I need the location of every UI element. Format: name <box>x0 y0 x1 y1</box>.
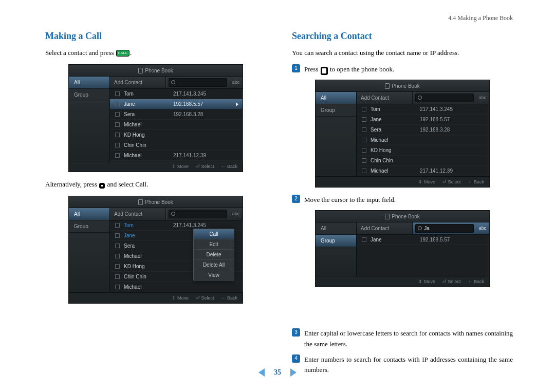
table-row[interactable]: Jane192.168.5.57 <box>110 99 243 109</box>
row-checkbox[interactable] <box>362 169 366 173</box>
search-input[interactable]: Ja <box>415 224 474 233</box>
table-row[interactable]: Chin Chin <box>110 140 243 151</box>
table-row[interactable]: KD Hong <box>110 130 243 140</box>
menu-item-edit[interactable]: Edit <box>194 239 234 250</box>
row-checkbox[interactable] <box>362 107 366 111</box>
row-checkbox[interactable] <box>115 264 120 269</box>
keyboard-mode-abc[interactable]: abc <box>229 77 243 88</box>
table-row[interactable]: Jane192.168.5.57 <box>357 235 489 245</box>
add-contact-button[interactable]: Add Contact <box>357 92 413 104</box>
row-checkbox[interactable] <box>362 237 366 242</box>
table-row[interactable]: Tom217.141.3.245 <box>357 104 489 115</box>
table-row[interactable]: Michael217.141.12.39 <box>110 151 243 161</box>
search-area: Ja abc <box>413 222 489 234</box>
keyboard-mode-abc[interactable]: abc <box>229 208 243 220</box>
breadcrumb: 4.4 Making a Phone Book <box>448 14 513 22</box>
prev-page-button[interactable] <box>258 368 265 377</box>
text-fragment: Select a contact and press <box>45 49 116 57</box>
sidebar-item-group[interactable]: Group <box>69 89 109 101</box>
sidebar-item-group[interactable]: Group <box>316 104 356 117</box>
sidebar-item-group[interactable]: Group <box>69 220 109 233</box>
contact-ip: 217.141.3.245 <box>173 91 239 97</box>
row-checkbox[interactable] <box>115 122 120 127</box>
search-input[interactable] <box>415 94 474 102</box>
table-row[interactable]: Michael <box>110 282 243 292</box>
sidebar-item-all[interactable]: All <box>69 208 109 220</box>
pb-title: Phone Book <box>392 214 420 219</box>
row-checkbox[interactable] <box>362 158 366 163</box>
contact-name: Chin Chin <box>124 142 173 148</box>
menu-item-delete[interactable]: Delete <box>194 250 234 260</box>
footer-back: ← Back <box>221 295 237 301</box>
step-number-2: 2 <box>292 195 300 203</box>
table-row[interactable]: Jane192.168.5.57 <box>357 115 489 125</box>
keyboard-mode-abc[interactable]: abc <box>476 92 489 104</box>
table-row[interactable]: Sera192.168.3.28 <box>357 125 489 135</box>
footer-select: ⏎ Select <box>196 295 214 301</box>
row-checkbox[interactable] <box>115 274 120 279</box>
pb-sidebar: All Group <box>316 92 357 176</box>
contact-ip: 192.168.5.57 <box>420 237 486 242</box>
contact-ip: 217.141.12.39 <box>173 153 239 158</box>
searching-intro: You can search a contact using the conta… <box>292 48 513 58</box>
footer-select: ⏎ Select <box>442 279 461 284</box>
row-checkbox[interactable] <box>115 233 120 238</box>
table-row[interactable]: Michael <box>357 135 489 145</box>
menu-item-view[interactable]: View <box>194 270 234 280</box>
expand-arrow-icon <box>236 102 238 106</box>
row-checkbox[interactable] <box>115 143 120 147</box>
menu-item-call[interactable]: Call <box>194 229 234 239</box>
pb-titlebar: Phone Book <box>316 80 489 92</box>
sidebar-item-all[interactable]: All <box>69 77 109 89</box>
step-number-1: 1 <box>292 64 300 72</box>
sidebar-item-group[interactable]: Group <box>316 235 356 247</box>
row-checkbox[interactable] <box>362 127 366 132</box>
table-row[interactable]: KD Hong <box>357 145 489 156</box>
add-contact-button[interactable]: Add Contact <box>357 222 413 234</box>
keyboard-mode-abc[interactable]: abc <box>476 222 489 234</box>
row-checkbox[interactable] <box>115 244 120 248</box>
add-contact-button[interactable]: Add Contact <box>110 208 166 220</box>
table-row[interactable]: Sera192.168.3.28 <box>110 109 243 120</box>
table-row[interactable]: Tom217.141.3.245 <box>110 89 243 99</box>
search-area: abc <box>413 92 489 104</box>
search-icon <box>171 80 175 85</box>
table-row[interactable]: Michael217.141.12.39 <box>357 166 489 176</box>
row-checkbox[interactable] <box>362 138 366 142</box>
row-checkbox[interactable] <box>115 112 120 117</box>
row-checkbox[interactable] <box>115 285 120 289</box>
contact-ip: 217.141.3.245 <box>173 222 239 228</box>
row-checkbox[interactable] <box>115 223 120 228</box>
contact-name: Michael <box>371 137 420 143</box>
sidebar-item-all[interactable]: All <box>316 92 356 104</box>
search-input[interactable] <box>169 210 227 218</box>
row-checkbox[interactable] <box>115 254 120 258</box>
phonebook-screenshot-4: Phone Book All Group Add Contact Ja abc … <box>315 210 490 287</box>
pb-titlebar: Phone Book <box>316 211 489 222</box>
context-menu: CallEditDeleteDelete AllView <box>193 229 234 281</box>
sidebar-item-all[interactable]: All <box>316 222 356 235</box>
pb-sidebar: All Group <box>69 208 110 292</box>
phonebook-screenshot-3: Phone Book All Group Add Contact abc Tom… <box>315 80 490 188</box>
making-call-line2: Alternatively, press and select Call. <box>45 179 266 190</box>
table-row[interactable]: Michael <box>110 120 243 130</box>
table-row[interactable]: Chin Chin <box>357 156 489 166</box>
menu-item-delete-all[interactable]: Delete All <box>194 260 234 270</box>
row-checkbox[interactable] <box>115 133 120 137</box>
add-contact-button[interactable]: Add Contact <box>110 77 166 88</box>
contact-name: Jane <box>371 117 420 122</box>
making-call-line1: Select a contact and press CALL. <box>45 48 266 58</box>
row-checkbox[interactable] <box>362 148 366 153</box>
row-checkbox[interactable] <box>115 91 120 96</box>
row-checkbox[interactable] <box>362 117 366 122</box>
search-input[interactable] <box>169 78 227 87</box>
contact-ip: 217.141.3.245 <box>420 106 486 112</box>
contact-name: Jane <box>371 237 420 242</box>
step-2-text: Move the cursor to the input field. <box>304 195 513 205</box>
contact-name: Tom <box>124 91 173 97</box>
next-page-button[interactable] <box>290 368 297 377</box>
row-checkbox[interactable] <box>115 102 120 106</box>
section-title-searching: Searching a Contact <box>292 31 513 42</box>
row-checkbox[interactable] <box>115 153 120 158</box>
contact-name: KD Hong <box>124 264 173 269</box>
